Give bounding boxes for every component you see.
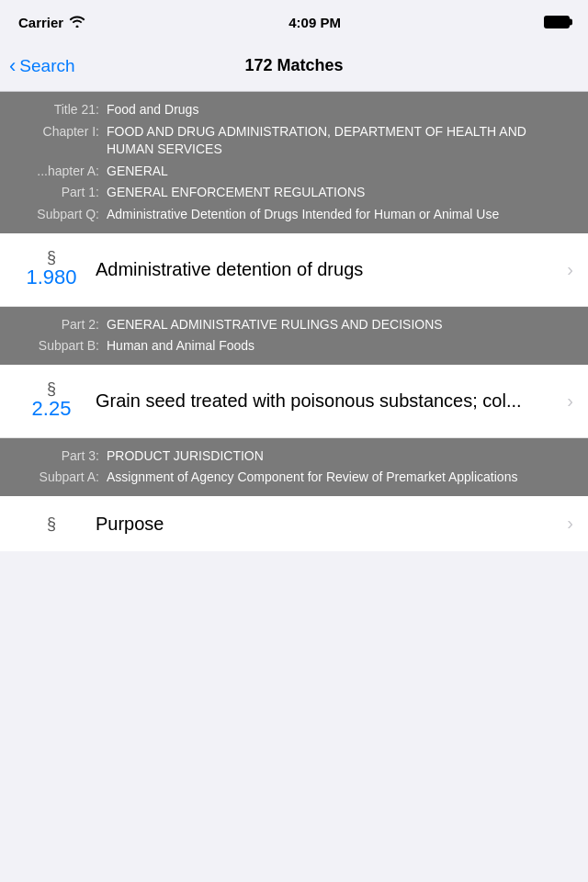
breadcrumb-row-chaptera: ...hapter A: GENERAL <box>15 163 573 181</box>
breadcrumb-label-part1: Part 1: <box>15 184 107 202</box>
breadcrumb-section-1: Title 21: Food and Drugs Chapter I: FOOD… <box>0 92 588 233</box>
breadcrumb-value-title21: Food and Drugs <box>107 101 573 119</box>
back-label: Search <box>19 56 74 76</box>
list-item-title-225: Grain seed treated with poisonous substa… <box>96 390 522 411</box>
breadcrumb-label-part2: Part 2: <box>15 316 107 334</box>
content-area: Title 21: Food and Drugs Chapter I: FOOD… <box>0 92 588 551</box>
breadcrumb-row-title21: Title 21: Food and Drugs <box>15 101 573 119</box>
list-item-content-225: Grain seed treated with poisonous substa… <box>88 389 567 413</box>
breadcrumb-section-3: Part 3: PRODUCT JURISDICTION Subpart A: … <box>0 438 588 496</box>
carrier-label: Carrier <box>18 15 63 30</box>
breadcrumb-value-chapter1: FOOD AND DRUG ADMINISTRATION, DEPARTMENT… <box>107 123 573 159</box>
list-item-left-225: § 2.25 <box>15 380 88 421</box>
section-symbol-purpose: § <box>47 515 56 532</box>
chevron-right-icon-1980: › <box>567 259 573 280</box>
breadcrumb-value-part3: PRODUCT JURISDICTION <box>107 447 573 466</box>
page-title: 172 Matches <box>244 56 343 75</box>
breadcrumb-row-part1: Part 1: GENERAL ENFORCEMENT REGULATIONS <box>15 184 573 202</box>
section-number-1980: 1.980 <box>26 266 76 289</box>
back-chevron-icon: ‹ <box>9 56 16 76</box>
back-button[interactable]: ‹ Search <box>9 56 75 76</box>
breadcrumb-value-subpartb: Human and Animal Foods <box>107 337 573 356</box>
breadcrumb-label-subparta: Subpart A: <box>15 469 107 487</box>
list-item-partial-purpose[interactable]: § Purpose › <box>0 496 588 551</box>
breadcrumb-row-subpartb: Subpart B: Human and Animal Foods <box>15 337 573 356</box>
breadcrumb-row-subparta: Subpart A: Assignment of Agency Componen… <box>15 469 573 487</box>
status-time: 4:09 PM <box>288 15 341 30</box>
section-number-225: 2.25 <box>32 397 72 421</box>
section-symbol-1980: § <box>47 249 56 266</box>
list-item-1980[interactable]: § 1.980 Administrative detention of drug… <box>0 233 588 307</box>
breadcrumb-label-title21: Title 21: <box>15 101 107 119</box>
breadcrumb-label-subpartb: Subpart B: <box>15 337 107 356</box>
list-item-content-1980: Administrative detention of drugs <box>88 257 567 281</box>
breadcrumb-value-subpartq: Administrative Detention of Drugs Intend… <box>107 206 573 224</box>
chevron-right-icon-purpose: › <box>567 513 573 534</box>
breadcrumb-row-part2: Part 2: GENERAL ADMINISTRATIVE RULINGS A… <box>15 316 573 334</box>
list-item-content-purpose: Purpose <box>88 512 567 536</box>
list-item-title-purpose: Purpose <box>96 514 164 534</box>
breadcrumb-row-part3: Part 3: PRODUCT JURISDICTION <box>15 447 573 466</box>
nav-bar: ‹ Search 172 Matches <box>0 40 588 92</box>
status-bar: Carrier 4:09 PM <box>0 0 588 40</box>
wifi-icon <box>69 15 85 30</box>
breadcrumb-label-chapter1: Chapter I: <box>15 123 107 141</box>
list-item-left-purpose: § <box>15 515 88 532</box>
breadcrumb-value-chaptera: GENERAL <box>107 163 573 181</box>
list-item-left-1980: § 1.980 <box>15 249 88 289</box>
battery-icon <box>544 16 570 28</box>
list-item-225[interactable]: § 2.25 Grain seed treated with poisonous… <box>0 365 588 438</box>
section-symbol-225: § <box>47 380 56 397</box>
breadcrumb-value-subparta: Assignment of Agency Component for Revie… <box>107 469 573 487</box>
breadcrumb-label-subpartq: Subpart Q: <box>15 206 107 224</box>
breadcrumb-value-part2: GENERAL ADMINISTRATIVE RULINGS AND DECIS… <box>107 316 573 334</box>
breadcrumb-row-chapter1: Chapter I: FOOD AND DRUG ADMINISTRATION,… <box>15 123 573 159</box>
breadcrumb-row-subpartq: Subpart Q: Administrative Detention of D… <box>15 206 573 224</box>
breadcrumb-label-part3: Part 3: <box>15 447 107 466</box>
breadcrumb-label-chaptera: ...hapter A: <box>15 163 107 181</box>
chevron-right-icon-225: › <box>567 390 573 412</box>
list-item-title-1980: Administrative detention of drugs <box>96 259 363 279</box>
breadcrumb-section-2: Part 2: GENERAL ADMINISTRATIVE RULINGS A… <box>0 307 588 365</box>
breadcrumb-value-part1: GENERAL ENFORCEMENT REGULATIONS <box>107 184 573 202</box>
